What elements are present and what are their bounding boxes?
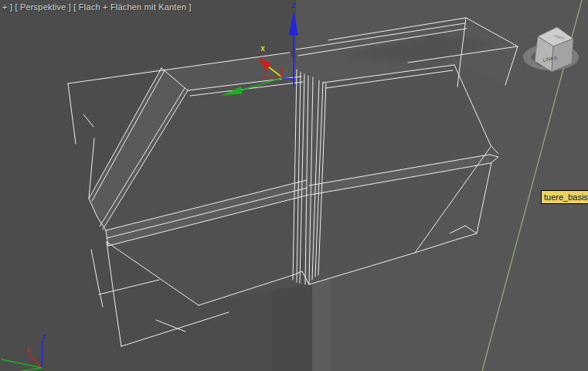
- scene-svg[interactable]: z x z x: [0, 0, 588, 371]
- wall-strip-light: [312, 278, 331, 371]
- world-axis-z-label: z: [42, 332, 46, 340]
- world-axis-x-label: x: [25, 346, 29, 354]
- background-shading: [68, 0, 588, 371]
- gizmo-x-label: x: [260, 44, 265, 53]
- gizmo-z-label: z: [292, 1, 296, 9]
- world-axis-gizmo: z x: [2, 332, 46, 371]
- wall-strip-dark: [272, 282, 312, 371]
- object-name-tooltip: tuere_basis: [541, 190, 588, 204]
- viewport-canvas[interactable]: z x z x: [0, 0, 588, 371]
- viewport-menu-label[interactable]: + ] [ Perspektive ] [ Flach + Flächen mi…: [2, 2, 192, 12]
